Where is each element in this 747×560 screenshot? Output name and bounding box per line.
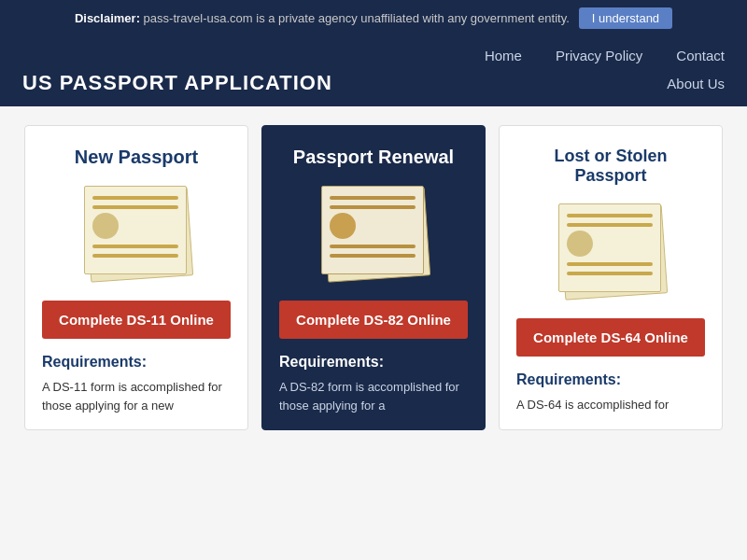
renewal-req-title: Requirements:: [279, 354, 468, 371]
nav-about-us[interactable]: About Us: [667, 76, 725, 91]
new-passport-req-text: A DS-11 form is accomplished for those a…: [42, 378, 231, 414]
lost-stolen-image: [545, 199, 676, 301]
site-title: US PASSPORT APPLICATION: [22, 71, 332, 95]
site-header: Home Privacy Policy Contact US PASSPORT …: [0, 36, 747, 106]
nav-privacy-policy[interactable]: Privacy Policy: [556, 48, 642, 63]
disclaimer-text: Disclaimer: pass-travel-usa.com is a pri…: [75, 11, 570, 25]
ds11-cta-button[interactable]: Complete DS-11 Online: [42, 301, 231, 339]
understand-button[interactable]: I understand: [579, 7, 672, 29]
nav-bottom: About Us: [667, 76, 725, 91]
new-passport-title: New Passport: [42, 147, 231, 168]
disclaimer-prefix: Disclaimer:: [75, 11, 140, 25]
lost-req-title: Requirements:: [516, 371, 705, 388]
renewal-req-text: A DS-82 form is accomplished for those a…: [279, 378, 468, 414]
passport-renewal-card: Passport Renewal Complete DS-82 Online R…: [261, 125, 486, 430]
lost-stolen-title: Lost or Stolen Passport: [516, 147, 705, 186]
renewal-passport-image: [308, 181, 439, 284]
passport-renewal-title: Passport Renewal: [279, 147, 468, 168]
nav-contact[interactable]: Contact: [676, 48, 725, 63]
header-bottom: US PASSPORT APPLICATION About Us: [22, 71, 725, 106]
main-content: New Passport Complete DS-11 Online Requi…: [0, 106, 747, 449]
new-passport-req-title: Requirements:: [42, 354, 231, 371]
nav-top: Home Privacy Policy Contact: [22, 48, 725, 71]
lost-req-text: A DS-64 is accomplished for: [516, 396, 705, 414]
form-front-page: [84, 186, 187, 274]
ds82-cta-button[interactable]: Complete DS-82 Online: [279, 301, 468, 339]
disclaimer-bar: Disclaimer: pass-travel-usa.com is a pri…: [0, 0, 747, 36]
ds64-cta-button[interactable]: Complete DS-64 Online: [516, 318, 705, 357]
disclaimer-body: pass-travel-usa.com is a private agency …: [144, 11, 570, 25]
nav-home[interactable]: Home: [485, 48, 522, 63]
lost-form-front: [558, 203, 661, 292]
new-passport-card: New Passport Complete DS-11 Online Requi…: [24, 125, 248, 430]
renewal-form-front: [321, 186, 424, 274]
lost-stolen-card: Lost or Stolen Passport Complete DS-64 O…: [499, 125, 723, 430]
new-passport-image: [71, 181, 202, 284]
